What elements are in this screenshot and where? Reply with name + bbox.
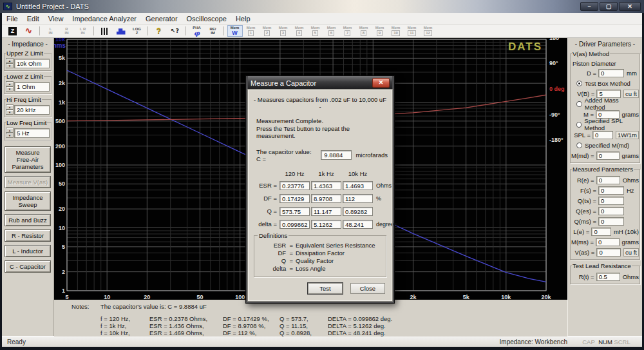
impedance-z-button[interactable]: Z (5, 25, 21, 37)
low-freq-limit-label: Low Freq Limit (6, 119, 47, 126)
toolbar-separator (93, 26, 94, 35)
delta-value-1[interactable]: 5.1262 (311, 220, 341, 229)
specified-spl-method-radio[interactable]: Specified SPL Method (571, 119, 639, 130)
esr-value-2[interactable]: 1.4693 (343, 181, 373, 190)
spl-label: SPL = (571, 131, 592, 139)
minimize-button[interactable]: – (580, 2, 598, 11)
vas-method-title: V(as) Method (572, 50, 610, 57)
tool-bar: Z∿LINRINL RINLOGZ?↖?PHAφRE/IMMemW Mem1Me… (2, 24, 642, 38)
phase-button[interactable]: PHAφ (189, 25, 205, 37)
low-freq-limit-field[interactable]: 5 Hz (14, 128, 50, 138)
hi-freq-limit-spinner[interactable]: ▲▼ (6, 104, 14, 115)
x-tick-label: 5k (463, 294, 470, 300)
d-field[interactable]: 0 (598, 69, 624, 77)
spin-down-icon[interactable]: ▼ (6, 86, 14, 92)
r-resistor-button[interactable]: R - Resistor (5, 229, 51, 242)
histogram-button[interactable] (113, 25, 129, 37)
f-s-label: F(s) = (571, 187, 598, 194)
m-ms-field[interactable]: 0 (596, 238, 620, 246)
spin-up-icon[interactable]: ▲ (6, 81, 14, 86)
sine-generator-button[interactable]: ∿ (21, 25, 37, 37)
esr-value-1[interactable]: 1.4363 (311, 181, 341, 190)
delta-value-0[interactable]: 0.099862 (279, 220, 310, 229)
upper-z-limit-field[interactable]: 10k Ohm (14, 59, 50, 68)
esr-value-0[interactable]: 0.23776 (279, 181, 310, 190)
radio-icon (576, 142, 582, 148)
dialog-title-bar[interactable]: Measure a Capacitor ✕ (248, 76, 392, 90)
low-freq-limit-spinner[interactable]: ▲▼ (6, 128, 14, 138)
title-bar[interactable]: ∿ Untitled Project - DATS – ▢ ✕ (0, 0, 644, 13)
l-e-field[interactable]: 0 (591, 228, 611, 236)
bars-button[interactable] (97, 25, 113, 37)
v-as-unit[interactable]: cu ft (623, 248, 639, 257)
v-as-field[interactable]: 0 (596, 248, 621, 257)
definitions-group: Definitions ESR =Equivalent Series Resis… (254, 235, 386, 277)
calibrate-button[interactable]: ? (151, 25, 167, 37)
dialog-close-button[interactable]: ✕ (372, 78, 390, 88)
memory-slot-icon: Mem9 (375, 26, 384, 37)
maximize-button[interactable]: ▢ (600, 2, 618, 11)
f-s-field[interactable]: 0 (598, 186, 624, 195)
menu-edit[interactable]: Edit (23, 15, 44, 23)
added-mass-method-radio[interactable]: Added Mass Method (571, 99, 639, 109)
close-button[interactable]: ✕ (619, 2, 641, 11)
context-help-button[interactable]: ↖? (167, 25, 183, 37)
r-e-field[interactable]: 0 (596, 176, 620, 184)
q-ts-field[interactable]: 0 (598, 197, 624, 205)
piston-diameter-label: Piston Diameter (571, 59, 639, 68)
menu-file[interactable]: File (2, 15, 23, 23)
lower-z-limit-spinner[interactable]: ▲▼ (6, 81, 14, 92)
spin-up-icon[interactable]: ▲ (6, 128, 14, 133)
definition-line: DF =Dissipation Factor (256, 249, 384, 257)
impedance-sweep-button[interactable]: Impedance Sweep (5, 191, 51, 211)
q-value-1[interactable]: 11.147 (311, 207, 341, 216)
spin-up-icon[interactable]: ▲ (6, 104, 14, 110)
menu-generator[interactable]: Generator (141, 15, 182, 23)
q-es-field[interactable]: 0 (598, 207, 624, 215)
notes-rows: f = 120 Hz,ESR = 0.2378 Ohms,DF = 0.1742… (100, 316, 567, 336)
menu-oscilloscope[interactable]: Oscilloscope (182, 15, 231, 23)
spin-down-icon[interactable]: ▼ (6, 133, 14, 138)
spin-down-icon[interactable]: ▼ (6, 63, 14, 68)
toolbar-separator (39, 26, 40, 35)
menu-impedance-analyzer[interactable]: Impedance Analyzer (68, 15, 141, 23)
spl-unit[interactable]: 1W/1m (616, 131, 639, 139)
re-im-button[interactable]: RE/IM (205, 25, 221, 37)
test-button[interactable]: Test (308, 283, 343, 294)
memory-w-button[interactable]: MemW (227, 25, 243, 37)
column-header-10k-hz: 10k Hz (343, 170, 373, 177)
v-b-label: V(B) = (571, 90, 596, 97)
test-box-method-radio[interactable]: Test Box Method (571, 78, 639, 88)
histogram-icon (117, 28, 126, 35)
delta-value-2[interactable]: 48.241 (343, 220, 373, 229)
spin-down-icon[interactable]: ▼ (6, 110, 14, 115)
log-z-button[interactable]: LOGZ (129, 25, 145, 37)
spl-field[interactable]: 0 (592, 131, 613, 139)
memory-slot-icon: Mem7 (343, 26, 352, 37)
q-ms-field[interactable]: 0 (598, 217, 624, 226)
spin-up-icon[interactable]: ▲ (6, 58, 14, 63)
notes-cell: DELTA = 5.1262 deg. (328, 323, 567, 330)
capacitor-value-field[interactable]: 9.8884 (321, 150, 352, 160)
upper-z-limit-spinner[interactable]: ▲▼ (6, 58, 14, 68)
df-value-1[interactable]: 8.9708 (311, 194, 341, 203)
dialog-close-action-button[interactable]: Close (350, 283, 385, 294)
l-inductor-button[interactable]: L - Inductor (5, 245, 51, 257)
radio-icon (576, 81, 582, 86)
re-im-icon: RE/IM (209, 27, 216, 35)
menu-help[interactable]: Help (231, 15, 255, 23)
menu-view[interactable]: View (44, 15, 68, 23)
measure-free-air-parameters-button[interactable]: Measure Free-Air Parameters (5, 146, 51, 173)
rub-and-buzz-button[interactable]: Rub and Buzz (5, 214, 51, 226)
df-value-0[interactable]: 0.17429 (279, 194, 310, 203)
m-md-field[interactable]: 0 (596, 151, 620, 160)
hi-freq-limit-field[interactable]: 20 kHz (14, 105, 50, 115)
specified-m-md-radio[interactable]: Specified M(md) (571, 140, 639, 150)
dialog-status-line2: Press the Test button to repeat the meas… (256, 125, 388, 140)
df-value-2[interactable]: 112 (343, 194, 373, 203)
c-capacitor-button[interactable]: C - Capacitor (5, 260, 51, 273)
q-value-0[interactable]: 573.75 (279, 207, 310, 216)
lower-z-limit-field[interactable]: 1 Ohm (14, 82, 50, 92)
r-t-field[interactable]: 0.5 (596, 273, 620, 281)
q-value-2[interactable]: 0.89282 (343, 207, 373, 216)
